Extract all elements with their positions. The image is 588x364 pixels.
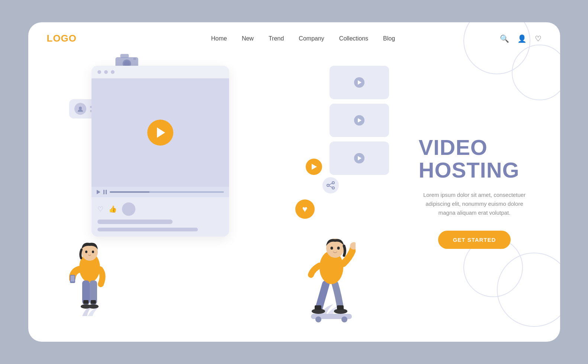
mini-play-btn-1[interactable] (354, 77, 364, 88)
dot-2 (104, 70, 108, 74)
mini-card-2 (330, 104, 389, 137)
svg-point-35 (337, 247, 340, 250)
svg-rect-30 (315, 305, 321, 310)
float-share-icon[interactable] (322, 177, 339, 194)
float-heart-icon[interactable]: ♥ (295, 199, 315, 219)
nav-trend[interactable]: Trend (269, 35, 284, 42)
get-started-button[interactable]: GET STARTED (438, 231, 511, 249)
character-right (307, 219, 352, 323)
progress-bar[interactable] (110, 191, 224, 193)
svg-line-11 (329, 183, 332, 185)
thumb-icon[interactable]: 👍 (109, 205, 117, 213)
like-row: ♡ 👍 (97, 202, 223, 216)
nav: Home New Trend Company Collections Blog (106, 35, 499, 42)
character-left (69, 227, 106, 323)
heart-icon[interactable]: ♡ (535, 34, 542, 43)
mini-card-3 (330, 142, 389, 175)
nav-new[interactable]: New (242, 35, 254, 42)
svg-point-10 (327, 184, 329, 186)
right-panel: VIDEO HOSTING Lorem ipsum dolor sit amet… (400, 55, 542, 331)
nav-blog[interactable]: Blog (383, 35, 395, 42)
svg-point-16 (92, 251, 94, 253)
svg-rect-18 (71, 276, 74, 282)
video-top-bar (91, 66, 229, 78)
video-below: ♡ 👍 (91, 197, 229, 237)
svg-rect-31 (337, 305, 344, 310)
avatar (74, 103, 86, 115)
main-card: LOGO Home New Trend Company Collections … (28, 22, 560, 342)
svg-point-34 (330, 247, 333, 250)
dot-1 (97, 70, 101, 74)
hero-description: Lorem ipsum dolor sit amet, consectetuer… (419, 191, 530, 217)
svg-rect-24 (91, 300, 96, 304)
play-button-large[interactable] (147, 120, 173, 146)
mini-triangle-1 (358, 80, 362, 85)
hero-title-line2: HOSTING (419, 158, 520, 182)
mini-triangle-2 (358, 118, 362, 123)
mini-video-panel (330, 66, 389, 175)
mini-play-btn-3[interactable] (354, 153, 364, 163)
header: LOGO Home New Trend Company Collections … (28, 22, 560, 55)
svg-rect-23 (83, 300, 89, 304)
svg-point-9 (332, 187, 334, 189)
video-main-area (91, 78, 229, 187)
play-triangle-icon (157, 127, 165, 138)
svg-line-12 (329, 186, 332, 188)
svg-point-22 (88, 304, 99, 309)
video-controls (91, 187, 229, 197)
svg-point-27 (341, 316, 347, 322)
mini-card-1 (330, 66, 389, 99)
search-icon[interactable]: 🔍 (500, 34, 509, 43)
heart-icon-small[interactable]: ♡ (97, 205, 103, 213)
logo: LOGO (47, 33, 77, 44)
dot-3 (111, 70, 115, 74)
svg-point-26 (315, 316, 321, 322)
float-play-icon[interactable] (306, 159, 322, 175)
mini-play-btn-2[interactable] (354, 115, 364, 126)
circle-deco (122, 202, 135, 216)
header-icons: 🔍 👤 ♡ (500, 34, 542, 43)
main-content: ♡ 👍 (28, 55, 560, 342)
comment-bar (97, 220, 173, 224)
hero-title: VIDEO HOSTING (419, 136, 530, 182)
video-player-ui: ♡ 👍 (91, 66, 229, 237)
svg-rect-4 (133, 58, 136, 60)
progress-fill (110, 191, 150, 193)
play-icon-small[interactable] (97, 190, 100, 194)
mini-triangle-3 (358, 156, 362, 160)
nav-company[interactable]: Company (299, 35, 324, 42)
user-icon[interactable]: 👤 (517, 34, 527, 43)
comment-bar-2 (97, 228, 198, 231)
nav-collections[interactable]: Collections (339, 35, 368, 42)
hero-title-line1: VIDEO (419, 135, 488, 159)
svg-point-15 (85, 251, 87, 253)
nav-home[interactable]: Home (211, 35, 227, 42)
svg-point-8 (332, 182, 334, 184)
float-play-triangle (312, 164, 317, 170)
svg-point-7 (79, 107, 82, 110)
illustration-area: ♡ 👍 (47, 55, 400, 331)
pause-icon[interactable] (103, 190, 107, 194)
